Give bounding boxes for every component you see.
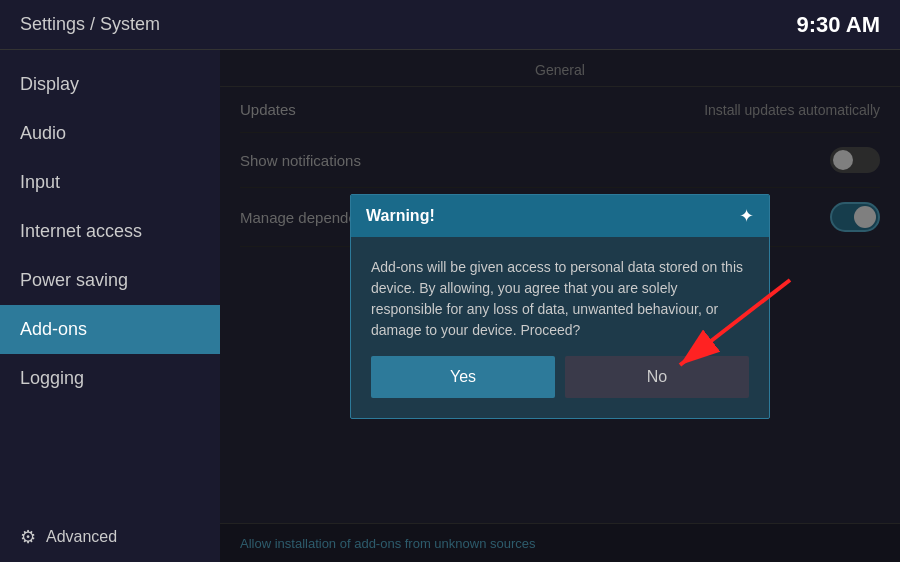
dialog-buttons: Yes No bbox=[351, 356, 769, 418]
sidebar-item-input[interactable]: Input bbox=[0, 158, 220, 207]
sidebar-footer[interactable]: ⚙ Advanced bbox=[0, 512, 220, 562]
page-title: Settings / System bbox=[20, 14, 160, 35]
yes-button[interactable]: Yes bbox=[371, 356, 555, 398]
sidebar-item-internet[interactable]: Internet access bbox=[0, 207, 220, 256]
sidebar-item-display[interactable]: Display bbox=[0, 60, 220, 109]
dialog-message: Add-ons will be given access to personal… bbox=[371, 257, 749, 341]
sidebar-item-power[interactable]: Power saving bbox=[0, 256, 220, 305]
gear-icon: ⚙ bbox=[20, 526, 36, 548]
advanced-label: Advanced bbox=[46, 528, 117, 546]
sidebar-item-audio[interactable]: Audio bbox=[0, 109, 220, 158]
header: Settings / System 9:30 AM bbox=[0, 0, 900, 50]
sidebar-item-logging[interactable]: Logging bbox=[0, 354, 220, 403]
no-button[interactable]: No bbox=[565, 356, 749, 398]
clock: 9:30 AM bbox=[796, 12, 880, 38]
dialog-body: Add-ons will be given access to personal… bbox=[351, 237, 769, 356]
warning-dialog: Warning! ✦ Add-ons will be given access … bbox=[350, 194, 770, 419]
sidebar: Display Audio Input Internet access Powe… bbox=[0, 50, 220, 562]
dialog-title: Warning! bbox=[366, 207, 435, 225]
main-content: General Updates Install updates automati… bbox=[220, 50, 900, 562]
modal-overlay: Warning! ✦ Add-ons will be given access … bbox=[220, 50, 900, 562]
layout: Display Audio Input Internet access Powe… bbox=[0, 50, 900, 562]
dialog-header: Warning! ✦ bbox=[351, 195, 769, 237]
kodi-icon: ✦ bbox=[739, 205, 754, 227]
sidebar-item-addons[interactable]: Add-ons bbox=[0, 305, 220, 354]
